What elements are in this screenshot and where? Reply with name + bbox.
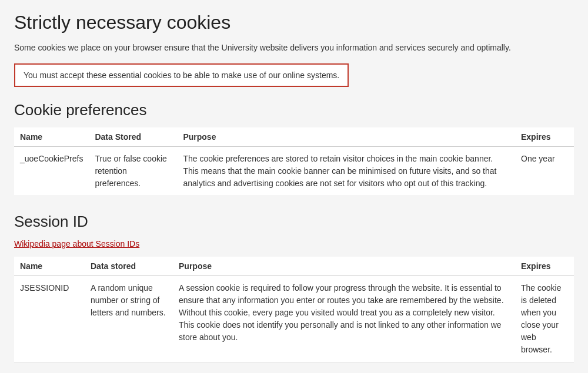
si-header-name: Name bbox=[14, 257, 85, 276]
warning-message: You must accept these essential cookies … bbox=[24, 70, 339, 80]
session-id-title: Session ID bbox=[14, 213, 574, 231]
cp-row-data: True or false cookie retention preferenc… bbox=[89, 147, 177, 196]
si-row-expires: The cookie is deleted when you close you… bbox=[515, 276, 574, 362]
cp-header-name: Name bbox=[14, 127, 89, 147]
wikipedia-link[interactable]: Wikipedia page about Session IDs bbox=[14, 239, 574, 248]
cp-header-expires: Expires bbox=[515, 127, 574, 147]
si-header-expires: Expires bbox=[515, 257, 574, 276]
si-header-data: Data stored bbox=[85, 257, 173, 276]
si-row-data: A random unique number or string of lett… bbox=[85, 276, 173, 362]
warning-box: You must accept these essential cookies … bbox=[14, 63, 349, 87]
page-container: Strictly necessary cookies Some cookies … bbox=[0, 0, 588, 373]
cp-row-purpose: The cookie preferences are stored to ret… bbox=[177, 147, 515, 196]
cp-row-name: _uoeCookiePrefs bbox=[14, 147, 89, 196]
si-row-name: JSESSIONID bbox=[14, 276, 85, 362]
cp-header-purpose: Purpose bbox=[177, 127, 515, 147]
cookie-preferences-table: Name Data Stored Purpose Expires _uoeCoo… bbox=[14, 127, 574, 196]
cookie-preferences-title: Cookie preferences bbox=[14, 101, 574, 119]
table-row: JSESSIONID A random unique number or str… bbox=[14, 276, 574, 362]
intro-text: Some cookies we place on your browser en… bbox=[14, 42, 574, 54]
si-header-purpose: Purpose bbox=[173, 257, 515, 276]
cp-header-data: Data Stored bbox=[89, 127, 177, 147]
session-id-table: Name Data stored Purpose Expires JSESSIO… bbox=[14, 257, 574, 362]
page-title: Strictly necessary cookies bbox=[14, 12, 574, 33]
cp-row-expires: One year bbox=[515, 147, 574, 196]
table-row: _uoeCookiePrefs True or false cookie ret… bbox=[14, 147, 574, 196]
si-row-purpose: A session cookie is required to follow y… bbox=[173, 276, 515, 362]
